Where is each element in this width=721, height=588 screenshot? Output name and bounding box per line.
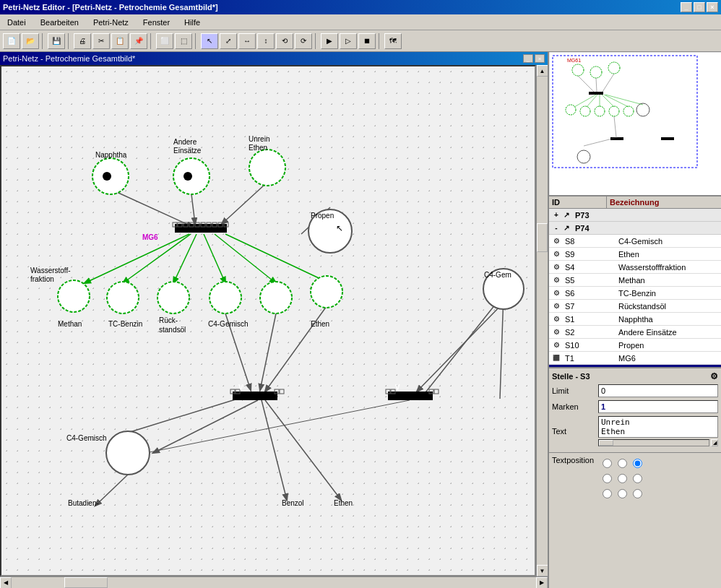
prop-row-s6[interactable]: ⚙ S6 TC-Benzin [549, 287, 721, 300]
radio-br-input[interactable] [633, 489, 642, 498]
inner-title-buttons[interactable]: _ × [523, 54, 545, 63]
p74-bez [623, 227, 721, 230]
right-panel: MG61 ID Bezeichnung + ↗ P73 - ↗ P74 [548, 52, 721, 588]
toolbar-new[interactable]: 📄 [3, 33, 20, 49]
prop-list-scrollbar[interactable] [709, 196, 721, 208]
prop-group-p73[interactable]: + ↗ P73 [549, 209, 721, 222]
toolbar-b13[interactable]: ⏹ [358, 33, 376, 49]
s2-bez: Andere Einsätze [617, 327, 721, 338]
toolbar-b14[interactable]: 🗺 [384, 33, 402, 49]
h-scrollbar[interactable]: ◀ ▶ [0, 576, 548, 588]
prop-row-s8[interactable]: ⚙ S8 C4-Gemisch [549, 235, 721, 248]
radio-ml-input[interactable] [603, 474, 612, 483]
menu-fenster[interactable]: Fenster [139, 17, 174, 28]
hscroll-track[interactable] [12, 577, 536, 588]
toolbar-b5[interactable]: ⬚ [175, 33, 192, 49]
vscroll-thumb[interactable] [537, 223, 548, 252]
title-bar: Petri-Netz Editor - [Petri-Netz - Petroc… [0, 0, 721, 14]
toolbar-b4[interactable]: ⬜ [156, 33, 173, 49]
s9-bez: Ethen [617, 248, 721, 260]
radio-mc-input[interactable] [618, 474, 627, 483]
toolbar-b1[interactable]: ✂ [92, 33, 110, 49]
svg-line-1 [191, 194, 195, 224]
t1-id: T1 [564, 353, 617, 364]
hscroll-right[interactable]: ▶ [536, 577, 548, 589]
title-bar-buttons[interactable]: _ □ × [681, 2, 718, 12]
radio-bc-input[interactable] [618, 489, 627, 498]
prop-col-id-header: ID [549, 196, 607, 208]
radio-tl-input[interactable] [603, 459, 612, 468]
inner-close[interactable]: × [535, 54, 545, 63]
prop-row-s5[interactable]: ⚙ S5 Methan [549, 274, 721, 287]
text-hscroll[interactable] [598, 439, 709, 446]
svg-rect-55 [434, 389, 439, 394]
toolbar-open[interactable]: 📂 [22, 33, 39, 49]
toolbar-b8[interactable]: ↕ [257, 33, 275, 49]
maximize-button[interactable]: □ [694, 2, 705, 12]
canvas-area[interactable]: Napphtha Andere Einsätze Unrein Ethen Pr… [0, 65, 536, 576]
toolbar-b9[interactable]: ⟲ [276, 33, 293, 49]
radio-bc [615, 486, 629, 501]
toolbar-b11[interactable]: ▶ [321, 33, 338, 49]
toolbar-b2[interactable]: 📋 [111, 33, 129, 49]
toolbar-b6[interactable]: ⤢ [220, 33, 237, 49]
radio-tr [630, 456, 644, 470]
menu-bar: Datei Bearbeiten Petri-Netz Fenster Hilf… [0, 14, 721, 30]
stelle-gear-icon[interactable]: ⚙ [710, 371, 718, 381]
menu-bearbeiten[interactable]: Bearbeiten [36, 17, 83, 28]
hscroll-left[interactable]: ◀ [0, 577, 12, 589]
inner-minimize[interactable]: _ [523, 54, 533, 63]
text-hscroll-thumb[interactable] [599, 440, 613, 446]
toolbar: 📄 📂 💾 🖨 ✂ 📋 📌 ⬜ ⬚ ↖ ⤢ ↔ ↕ ⟲ ⟳ ▶ ▷ ⏹ 🗺 [0, 30, 721, 52]
expand-icon-p74: - [549, 224, 564, 232]
stelle-text-label: Text [552, 427, 595, 436]
prop-row-s2[interactable]: ⚙ S2 Andere Einsätze [549, 326, 721, 339]
stelle-marken-label: Marken [552, 402, 595, 411]
prop-row-s10[interactable]: ⚙ S10 Propen [549, 339, 721, 352]
svg-text:V: V [395, 384, 400, 392]
s4-bez: Wasserstofffraktion [617, 261, 721, 273]
stelle-marken-input[interactable] [598, 400, 718, 413]
v-scrollbar[interactable]: ▲ ▼ [536, 65, 548, 576]
radio-bl-input[interactable] [603, 489, 612, 498]
radio-tc-input[interactable] [618, 459, 627, 468]
radio-tr-input[interactable] [633, 459, 642, 468]
svg-line-19 [265, 400, 341, 500]
menu-datei[interactable]: Datei [3, 17, 30, 28]
menu-hilfe[interactable]: Hilfe [180, 17, 204, 28]
inner-title-bar: Petri-Netz - Petrochemie Gesamtbild* _ × [0, 52, 548, 65]
prop-row-s9[interactable]: ⚙ S9 Ethen [549, 248, 721, 261]
stelle-text-input[interactable]: Unrein Ethen [598, 416, 718, 438]
main-area: Petri-Netz - Petrochemie Gesamtbild* _ × [0, 52, 721, 588]
vscroll-track[interactable] [537, 77, 548, 565]
toolbar-print[interactable]: 🖨 [74, 33, 91, 49]
prop-row-s1[interactable]: ⚙ S1 Napphtha [549, 313, 721, 326]
s2-icon: ⚙ [549, 328, 564, 336]
prop-row-s7[interactable]: ⚙ S7 Rückstandsöl [549, 300, 721, 313]
toolbar-select[interactable]: ↖ [201, 33, 218, 49]
mini-map: MG61 [549, 52, 721, 196]
s10-id: S10 [564, 340, 617, 351]
s9-id: S9 [564, 248, 617, 260]
prop-row-t1[interactable]: ⬛ T1 MG6 [549, 352, 721, 365]
stelle-limit-input[interactable] [598, 384, 718, 397]
menu-petrinetz[interactable]: Petri-Netz [89, 17, 133, 28]
svg-line-17 [153, 400, 258, 453]
s10-icon: ⚙ [549, 341, 564, 349]
toolbar-b10[interactable]: ⟳ [295, 33, 312, 49]
prop-group-p74[interactable]: - ↗ P74 [549, 222, 721, 235]
toolbar-b7[interactable]: ↔ [238, 33, 256, 49]
vscroll-down[interactable]: ▼ [537, 565, 548, 576]
close-button[interactable]: × [707, 2, 718, 12]
prop-row-s4[interactable]: ⚙ S4 Wasserstofffraktion [549, 261, 721, 274]
radio-mr-input[interactable] [633, 474, 642, 483]
toolbar-b12[interactable]: ▷ [340, 33, 357, 49]
toolbar-save[interactable]: 💾 [48, 33, 65, 49]
text-scroll-corner[interactable]: ◢ [711, 439, 718, 446]
toolbar-b3[interactable]: 📌 [130, 33, 147, 49]
vscroll-up[interactable]: ▲ [537, 65, 548, 77]
radio-mr [630, 471, 644, 485]
svg-rect-46 [233, 392, 277, 400]
minimize-button[interactable]: _ [681, 2, 692, 12]
hscroll-thumb[interactable] [64, 577, 108, 588]
